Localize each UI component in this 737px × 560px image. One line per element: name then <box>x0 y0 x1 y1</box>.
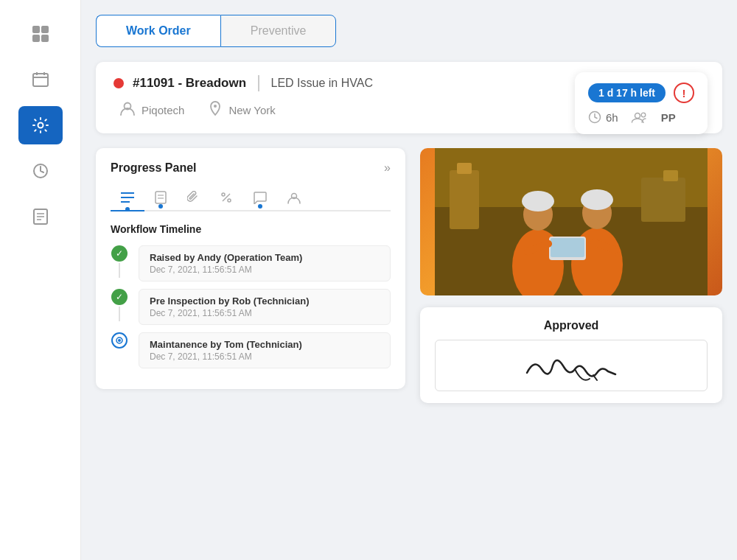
tl-line-2 <box>119 307 120 321</box>
status-dot-red <box>113 78 124 88</box>
bottom-section: Progress Panel » <box>96 148 722 403</box>
svg-point-30 <box>118 339 121 342</box>
wo-id: #11091 - Breadown <box>133 76 246 91</box>
svg-rect-33 <box>450 170 479 229</box>
team-icon-group <box>632 111 648 123</box>
svg-rect-35 <box>641 178 685 222</box>
tl-content-3: Maintanence by Tom (Technician) Dec 7, 2… <box>139 332 391 368</box>
sidebar-item-history[interactable] <box>18 152 63 190</box>
panel-tab-attachment[interactable] <box>177 185 209 210</box>
panel-expand-icon[interactable]: » <box>384 161 391 175</box>
right-side: Approved <box>420 148 722 403</box>
sidebar-item-reports[interactable] <box>18 197 63 236</box>
svg-point-39 <box>522 191 554 211</box>
panel-tab-list[interactable] <box>111 185 144 210</box>
sidebar-item-settings[interactable] <box>18 106 63 144</box>
timeline-item-2: ✓ Pre Inspection by Rob (Technician) Dec… <box>111 289 391 325</box>
svg-point-15 <box>214 105 217 108</box>
main-content: Work Order Preventive #11091 - Breadown … <box>81 0 737 560</box>
panel-tab-chat[interactable] <box>243 185 277 210</box>
tab-work-order[interactable]: Work Order <box>96 15 220 47</box>
wo-location-name: New York <box>228 104 275 116</box>
tl-dot-done-2: ✓ <box>111 289 128 305</box>
timeline-title: Workflow Timeline <box>111 223 391 235</box>
sidebar-item-calendar[interactable] <box>18 60 63 99</box>
tl-action-2: Pre Inspection by Rob (Technician) <box>150 295 380 307</box>
svg-rect-34 <box>457 163 472 174</box>
svg-point-42 <box>581 189 613 210</box>
panel-tab-percent[interactable] <box>209 185 243 210</box>
location-icon <box>208 100 223 120</box>
wo-company-name: Piqotech <box>142 104 184 116</box>
svg-rect-0 <box>32 26 40 33</box>
progress-panel: Progress Panel » <box>96 148 405 389</box>
svg-rect-1 <box>41 26 49 33</box>
pp-badge: PP <box>661 111 676 124</box>
svg-rect-44 <box>551 238 584 257</box>
person-icon <box>119 100 136 120</box>
svg-point-27 <box>228 199 231 202</box>
timeline-left-1: ✓ <box>111 245 128 278</box>
timeline-item-3: Maintanence by Tom (Technician) Dec 7, 2… <box>111 332 391 368</box>
hours-value: 6h <box>606 111 618 124</box>
timeline-left-3 <box>111 332 128 349</box>
tl-time-2: Dec 7, 2021, 11:56:51 AM <box>150 308 380 318</box>
wo-company: Piqotech <box>119 100 184 120</box>
tl-content-2: Pre Inspection by Rob (Technician) Dec 7… <box>139 289 391 325</box>
svg-rect-4 <box>33 74 48 86</box>
panel-tab-user[interactable] <box>277 185 311 210</box>
svg-rect-36 <box>663 170 678 181</box>
svg-point-18 <box>641 113 646 117</box>
tab-preventive[interactable]: Preventive <box>220 15 337 47</box>
panel-title: Progress Panel <box>111 161 197 175</box>
wo-location: New York <box>208 100 275 120</box>
panel-tab-icons <box>111 185 391 211</box>
timer-pill: 1 d 17 h left <box>588 83 666 102</box>
svg-point-8 <box>38 123 43 128</box>
work-order-card: #11091 - Breadown LED Issue in HVAC Piqo… <box>96 62 722 133</box>
tl-content-1: Raised by Andy (Operation Team) Dec 7, 2… <box>139 245 391 281</box>
panel-tab-document[interactable] <box>144 185 177 210</box>
tl-time-1: Dec 7, 2021, 11:56:51 AM <box>150 265 380 275</box>
main-tabs: Work Order Preventive <box>96 15 722 47</box>
approved-card: Approved <box>420 307 722 403</box>
svg-rect-2 <box>32 35 40 42</box>
panel-header: Progress Panel » <box>111 161 391 175</box>
sidebar-item-dashboard[interactable] <box>18 15 63 53</box>
timer-badge: 1 d 17 h left ! 6h <box>575 72 708 134</box>
timeline-left-2: ✓ <box>111 289 128 321</box>
svg-line-25 <box>223 194 230 201</box>
timer-hours: 6h <box>588 111 618 124</box>
svg-rect-22 <box>156 192 166 203</box>
tl-dot-done-1: ✓ <box>111 245 128 262</box>
timer-bottom: 6h PP <box>588 111 694 124</box>
svg-rect-3 <box>41 35 49 42</box>
timer-top: 1 d 17 h left ! <box>588 83 694 103</box>
svg-point-17 <box>635 113 640 119</box>
tl-time-3: Dec 7, 2021, 11:56:51 AM <box>150 351 380 362</box>
tl-action-1: Raised by Andy (Operation Team) <box>150 252 380 263</box>
worker-photo <box>420 148 722 295</box>
workflow-timeline: ✓ Raised by Andy (Operation Team) Dec 7,… <box>111 245 391 376</box>
timeline-item-1: ✓ Raised by Andy (Operation Team) Dec 7,… <box>111 245 391 281</box>
signature-box <box>435 340 708 391</box>
sidebar <box>0 0 81 560</box>
tl-dot-pending-3 <box>111 332 128 349</box>
wo-divider <box>258 75 259 91</box>
tl-action-3: Maintanence by Tom (Technician) <box>150 339 380 350</box>
alert-icon: ! <box>674 83 694 103</box>
tl-line-1 <box>119 263 120 278</box>
svg-point-26 <box>222 193 225 196</box>
approved-title: Approved <box>435 319 708 332</box>
wo-description: LED Issue in HVAC <box>271 77 373 90</box>
